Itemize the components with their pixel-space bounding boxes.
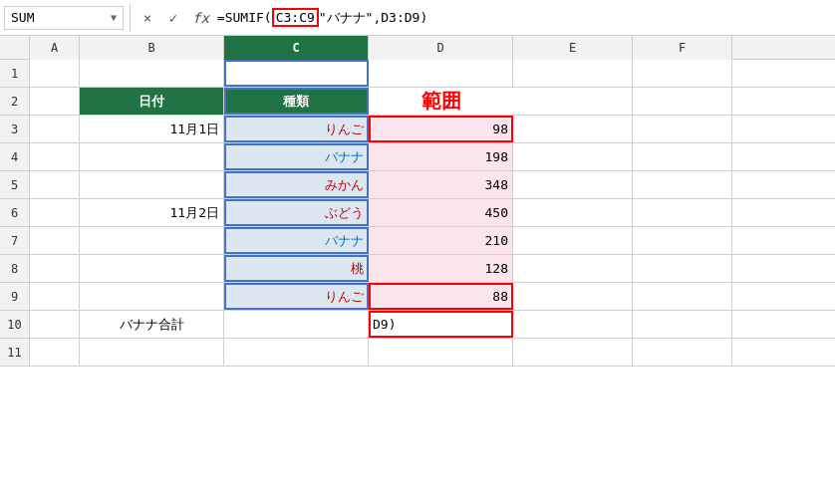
- cell-e4[interactable]: [513, 143, 633, 170]
- cell-a8[interactable]: [30, 255, 80, 282]
- cell-f3[interactable]: [633, 116, 732, 142]
- cell-a3[interactable]: [30, 116, 80, 142]
- cell-f5[interactable]: [633, 171, 732, 198]
- cell-c5[interactable]: みかん: [224, 171, 369, 198]
- col-header-e[interactable]: E: [513, 36, 633, 60]
- cell-b6[interactable]: 11月2日: [80, 199, 224, 226]
- cell-b2[interactable]: 日付: [80, 88, 224, 115]
- cell-e7[interactable]: [513, 227, 633, 254]
- table-row: 5 みかん 348: [0, 171, 835, 199]
- cell-c7[interactable]: バナナ: [224, 227, 369, 254]
- col-header-b[interactable]: B: [80, 36, 224, 60]
- cell-b1[interactable]: [80, 60, 224, 87]
- cell-b10[interactable]: バナナ合計: [80, 311, 224, 338]
- cell-c4[interactable]: バナナ: [224, 143, 369, 170]
- row-num-8: 8: [0, 255, 30, 282]
- cell-b3[interactable]: 11月1日: [80, 116, 224, 142]
- cell-e9[interactable]: [513, 283, 633, 310]
- cell-d1[interactable]: [369, 60, 513, 87]
- cell-f2[interactable]: [633, 88, 732, 115]
- cell-b4[interactable]: [80, 143, 224, 170]
- cell-f10[interactable]: [633, 311, 732, 338]
- cell-c3[interactable]: りんご: [224, 116, 369, 142]
- cell-b5[interactable]: [80, 171, 224, 198]
- cell-a5[interactable]: [30, 171, 80, 198]
- col-header-a[interactable]: A: [30, 36, 80, 60]
- cell-d7[interactable]: 210: [369, 227, 513, 254]
- cell-f4[interactable]: [633, 143, 732, 170]
- fx-icon: fx: [188, 10, 213, 26]
- cell-a6[interactable]: [30, 199, 80, 226]
- col-header-d[interactable]: D: [369, 36, 513, 60]
- cell-e1[interactable]: [513, 60, 633, 87]
- table-row: 1: [0, 60, 835, 88]
- col-header-f[interactable]: F: [633, 36, 732, 60]
- formula-content: =SUMIF( C3:C9 "バナナ",D3:D9): [217, 8, 427, 27]
- formula-separator: [130, 4, 131, 32]
- cell-e3[interactable]: [513, 116, 633, 142]
- cell-f11[interactable]: [633, 339, 732, 366]
- cell-a2[interactable]: [30, 88, 80, 115]
- table-row: 11: [0, 339, 835, 367]
- name-box-value: SUM: [11, 10, 34, 25]
- cell-a9[interactable]: [30, 283, 80, 310]
- cell-c9[interactable]: りんご: [224, 283, 369, 310]
- cell-e8[interactable]: [513, 255, 633, 282]
- cell-d9[interactable]: 88: [369, 283, 513, 310]
- name-box[interactable]: SUM ▼: [4, 6, 124, 30]
- cell-c11[interactable]: [224, 339, 369, 366]
- confirm-button[interactable]: ✓: [162, 7, 184, 29]
- cell-e11[interactable]: [513, 339, 633, 366]
- row-num-9: 9: [0, 283, 30, 310]
- table-row: 3 11月1日 りんご 98: [0, 116, 835, 143]
- cell-d2-label: 範囲: [369, 88, 513, 115]
- cell-c10[interactable]: [224, 311, 369, 338]
- spreadsheet: A B C D E F 1 2 日付 種類 範囲 3 11月1日 りんご 98: [0, 36, 835, 367]
- cell-f6[interactable]: [633, 199, 732, 226]
- cell-b8[interactable]: [80, 255, 224, 282]
- cell-b7[interactable]: [80, 227, 224, 254]
- cell-e5[interactable]: [513, 171, 633, 198]
- formula-suffix: "バナナ",D3:D9): [319, 9, 427, 27]
- table-row: 4 バナナ 198: [0, 143, 835, 171]
- cancel-button[interactable]: ×: [137, 7, 158, 29]
- cell-e10[interactable]: [513, 311, 633, 338]
- row-num-6: 6: [0, 199, 30, 226]
- cell-d3[interactable]: 98: [369, 116, 513, 142]
- cell-d8[interactable]: 128: [369, 255, 513, 282]
- cell-f1[interactable]: [633, 60, 732, 87]
- col-header-c[interactable]: C: [224, 36, 369, 60]
- cell-e6[interactable]: [513, 199, 633, 226]
- row-num-7: 7: [0, 227, 30, 254]
- cell-c2[interactable]: 種類: [224, 88, 369, 115]
- cell-d5[interactable]: 348: [369, 171, 513, 198]
- cell-b11[interactable]: [80, 339, 224, 366]
- table-row: 9 りんご 88: [0, 283, 835, 311]
- column-headers: A B C D E F: [0, 36, 835, 60]
- cell-a10[interactable]: [30, 311, 80, 338]
- cell-f8[interactable]: [633, 255, 732, 282]
- row-num-5: 5: [0, 171, 30, 198]
- cell-d6[interactable]: 450: [369, 199, 513, 226]
- cell-d10[interactable]: D9): [369, 311, 513, 338]
- formula-input[interactable]: =SUMIF( C3:C9 "バナナ",D3:D9): [217, 8, 831, 27]
- cell-d4[interactable]: 198: [369, 143, 513, 170]
- cell-a4[interactable]: [30, 143, 80, 170]
- formula-bar: SUM ▼ × ✓ fx =SUMIF( C3:C9 "バナナ",D3:D9): [0, 0, 835, 36]
- cell-a7[interactable]: [30, 227, 80, 254]
- cell-e2[interactable]: [513, 88, 633, 115]
- cell-b9[interactable]: [80, 283, 224, 310]
- cell-a11[interactable]: [30, 339, 80, 366]
- cell-a1[interactable]: [30, 60, 80, 87]
- row-num-1: 1: [0, 60, 30, 87]
- cell-f7[interactable]: [633, 227, 732, 254]
- table-row: 2 日付 種類 範囲: [0, 88, 835, 116]
- cell-c6[interactable]: ぶどう: [224, 199, 369, 226]
- table-row: 7 バナナ 210: [0, 227, 835, 255]
- formula-prefix: =SUMIF(: [217, 10, 272, 25]
- row-num-11: 11: [0, 339, 30, 366]
- cell-c8[interactable]: 桃: [224, 255, 369, 282]
- cell-c1[interactable]: [224, 60, 369, 87]
- cell-f9[interactable]: [633, 283, 732, 310]
- cell-d11[interactable]: [369, 339, 513, 366]
